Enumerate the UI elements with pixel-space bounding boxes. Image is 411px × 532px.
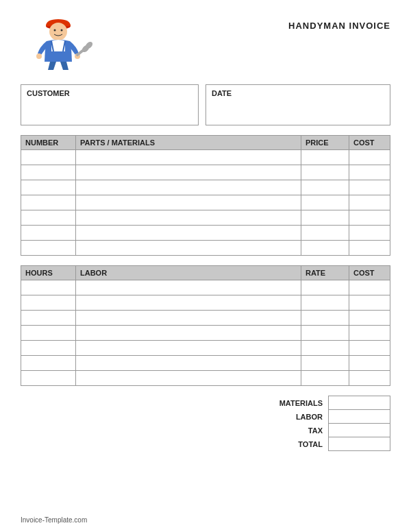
materials-table: NUMBER PARTS / MATERIALS PRICE COST: [21, 135, 390, 256]
labor-tbody: [21, 280, 390, 386]
totals-section: MATERIALS LABOR TAX TOTAL: [21, 396, 390, 451]
col-price-header: PRICE: [301, 136, 349, 150]
table-row: [21, 341, 390, 356]
labor-table-section: HOURS LABOR RATE COST: [21, 265, 390, 386]
customer-value[interactable]: [27, 100, 192, 121]
table-row: [21, 150, 390, 165]
labor-total-label: LABOR: [240, 410, 329, 424]
table-row: [21, 295, 390, 311]
table-row: [21, 326, 390, 341]
labor-total-value[interactable]: [329, 410, 390, 424]
table-row: [21, 241, 390, 256]
table-row: [21, 311, 390, 326]
table-row: [21, 165, 390, 180]
grand-total-label: TOTAL: [240, 437, 329, 451]
table-row: [21, 226, 390, 241]
svg-point-3: [61, 29, 63, 32]
materials-table-section: NUMBER PARTS / MATERIALS PRICE COST: [21, 135, 390, 256]
table-row: [21, 195, 390, 210]
header: HANDYMAN INVOICE: [21, 14, 390, 72]
col-hours-header: HOURS: [21, 266, 76, 280]
col-rate-header: RATE: [301, 266, 349, 280]
materials-total-value[interactable]: [329, 396, 390, 410]
labor-header-row: HOURS LABOR RATE COST: [21, 266, 390, 280]
info-row: CUSTOMER DATE: [21, 84, 390, 125]
footer-text: Invoice-Template.com: [21, 516, 87, 524]
date-label: DATE: [212, 89, 384, 97]
table-row: [21, 371, 390, 386]
tax-total-label: TAX: [240, 424, 329, 437]
col-parts-header: PARTS / MATERIALS: [76, 136, 301, 150]
svg-point-4: [36, 53, 42, 59]
table-row: [21, 210, 390, 226]
date-box: DATE: [206, 84, 390, 125]
customer-box: CUSTOMER: [21, 84, 199, 125]
table-row: [21, 356, 390, 371]
svg-point-2: [54, 29, 56, 32]
col-cost2-header: COST: [349, 266, 390, 280]
totals-total-row: TOTAL: [240, 437, 390, 451]
col-cost-header: COST: [349, 136, 390, 150]
grand-total-value[interactable]: [329, 437, 390, 451]
table-row: [21, 180, 390, 195]
totals-table: MATERIALS LABOR TAX TOTAL: [240, 396, 390, 451]
materials-header-row: NUMBER PARTS / MATERIALS PRICE COST: [21, 136, 390, 150]
table-row: [21, 280, 390, 295]
date-value[interactable]: [212, 100, 384, 121]
totals-labor-row: LABOR: [240, 410, 390, 424]
handyman-icon: [21, 14, 96, 72]
materials-total-label: MATERIALS: [240, 396, 329, 410]
logo-area: [21, 14, 96, 72]
tax-total-value[interactable]: [329, 424, 390, 437]
totals-tax-row: TAX: [240, 424, 390, 437]
labor-table: HOURS LABOR RATE COST: [21, 265, 390, 386]
invoice-title: HANDYMAN INVOICE: [288, 14, 390, 31]
col-number-header: NUMBER: [21, 136, 76, 150]
col-labor-header: LABOR: [76, 266, 301, 280]
footer: Invoice-Template.com: [21, 516, 87, 524]
materials-tbody: [21, 150, 390, 256]
invoice-page: HANDYMAN INVOICE CUSTOMER DATE NUMBER PA…: [0, 0, 411, 532]
svg-point-1: [49, 23, 67, 40]
customer-label: CUSTOMER: [27, 89, 192, 97]
totals-materials-row: MATERIALS: [240, 396, 390, 410]
